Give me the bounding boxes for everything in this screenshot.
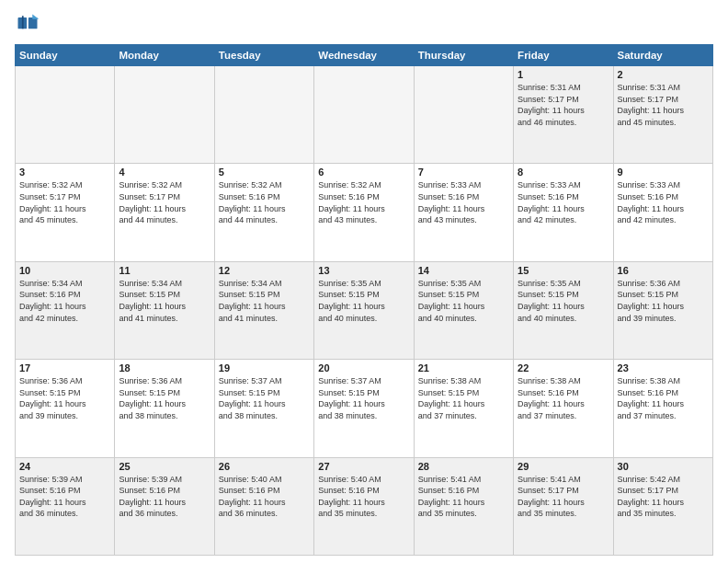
calendar-day-cell: 30Sunrise: 5:42 AM Sunset: 5:17 PM Dayli… <box>613 457 712 555</box>
day-number: 1 <box>518 69 609 80</box>
calendar-day-cell: 29Sunrise: 5:41 AM Sunset: 5:17 PM Dayli… <box>514 457 613 555</box>
logo <box>15 11 44 37</box>
day-number: 16 <box>618 265 709 276</box>
calendar-day-cell: 15Sunrise: 5:35 AM Sunset: 5:15 PM Dayli… <box>514 261 613 359</box>
calendar-day-cell: 23Sunrise: 5:38 AM Sunset: 5:16 PM Dayli… <box>613 360 712 457</box>
day-info: Sunrise: 5:36 AM Sunset: 5:15 PM Dayligh… <box>618 278 709 324</box>
day-info: Sunrise: 5:35 AM Sunset: 5:15 PM Dayligh… <box>318 278 409 324</box>
calendar-header-row: SundayMondayTuesdayWednesdayThursdayFrid… <box>16 45 713 66</box>
day-number: 19 <box>219 362 310 373</box>
day-info: Sunrise: 5:32 AM Sunset: 5:16 PM Dayligh… <box>318 179 409 225</box>
day-info: Sunrise: 5:35 AM Sunset: 5:15 PM Dayligh… <box>418 278 509 324</box>
day-number: 29 <box>518 461 609 472</box>
day-number: 26 <box>219 461 310 472</box>
calendar-day-cell: 22Sunrise: 5:38 AM Sunset: 5:16 PM Dayli… <box>514 360 613 457</box>
calendar-day-cell: 9Sunrise: 5:33 AM Sunset: 5:16 PM Daylig… <box>613 164 712 261</box>
day-info: Sunrise: 5:40 AM Sunset: 5:16 PM Dayligh… <box>318 474 409 520</box>
calendar-day-cell: 2Sunrise: 5:31 AM Sunset: 5:17 PM Daylig… <box>613 66 712 164</box>
day-info: Sunrise: 5:34 AM Sunset: 5:15 PM Dayligh… <box>119 278 210 324</box>
header <box>15 11 713 37</box>
day-number: 20 <box>318 362 409 373</box>
calendar-day-cell: 5Sunrise: 5:32 AM Sunset: 5:16 PM Daylig… <box>214 164 313 261</box>
calendar-day-cell <box>115 66 214 164</box>
day-number: 17 <box>19 362 110 373</box>
day-info: Sunrise: 5:38 AM Sunset: 5:15 PM Dayligh… <box>418 375 509 421</box>
weekday-header: Sunday <box>16 45 115 66</box>
day-info: Sunrise: 5:40 AM Sunset: 5:16 PM Dayligh… <box>219 474 310 520</box>
day-number: 8 <box>518 167 609 178</box>
day-info: Sunrise: 5:39 AM Sunset: 5:16 PM Dayligh… <box>19 474 110 520</box>
weekday-header: Thursday <box>414 45 513 66</box>
calendar-day-cell: 21Sunrise: 5:38 AM Sunset: 5:15 PM Dayli… <box>414 360 513 457</box>
day-number: 30 <box>618 461 709 472</box>
day-number: 22 <box>518 362 609 373</box>
day-number: 13 <box>318 265 409 276</box>
day-number: 24 <box>19 461 110 472</box>
day-info: Sunrise: 5:32 AM Sunset: 5:16 PM Dayligh… <box>219 179 310 225</box>
day-number: 27 <box>318 461 409 472</box>
calendar-day-cell: 12Sunrise: 5:34 AM Sunset: 5:15 PM Dayli… <box>214 261 313 359</box>
day-info: Sunrise: 5:31 AM Sunset: 5:17 PM Dayligh… <box>518 82 609 128</box>
day-number: 21 <box>418 362 509 373</box>
day-number: 4 <box>119 167 210 178</box>
calendar-day-cell: 11Sunrise: 5:34 AM Sunset: 5:15 PM Dayli… <box>115 261 214 359</box>
weekday-header: Monday <box>115 45 214 66</box>
day-info: Sunrise: 5:38 AM Sunset: 5:16 PM Dayligh… <box>518 375 609 421</box>
page: SundayMondayTuesdayWednesdayThursdayFrid… <box>0 0 728 563</box>
calendar-week-row: 10Sunrise: 5:34 AM Sunset: 5:16 PM Dayli… <box>16 261 713 359</box>
calendar-week-row: 24Sunrise: 5:39 AM Sunset: 5:16 PM Dayli… <box>16 457 713 555</box>
svg-rect-2 <box>28 17 38 29</box>
day-info: Sunrise: 5:33 AM Sunset: 5:16 PM Dayligh… <box>418 179 509 225</box>
calendar-day-cell: 18Sunrise: 5:36 AM Sunset: 5:15 PM Dayli… <box>115 360 214 457</box>
calendar-table: SundayMondayTuesdayWednesdayThursdayFrid… <box>15 44 713 556</box>
calendar-day-cell: 7Sunrise: 5:33 AM Sunset: 5:16 PM Daylig… <box>414 164 513 261</box>
day-number: 23 <box>618 362 709 373</box>
day-number: 9 <box>618 167 709 178</box>
day-number: 7 <box>418 167 509 178</box>
calendar-day-cell: 28Sunrise: 5:41 AM Sunset: 5:16 PM Dayli… <box>414 457 513 555</box>
calendar-day-cell: 10Sunrise: 5:34 AM Sunset: 5:16 PM Dayli… <box>16 261 115 359</box>
day-info: Sunrise: 5:39 AM Sunset: 5:16 PM Dayligh… <box>119 474 210 520</box>
calendar-day-cell: 26Sunrise: 5:40 AM Sunset: 5:16 PM Dayli… <box>214 457 313 555</box>
calendar-day-cell: 6Sunrise: 5:32 AM Sunset: 5:16 PM Daylig… <box>314 164 414 261</box>
weekday-header: Tuesday <box>214 45 313 66</box>
day-info: Sunrise: 5:33 AM Sunset: 5:16 PM Dayligh… <box>618 179 709 225</box>
calendar-day-cell: 24Sunrise: 5:39 AM Sunset: 5:16 PM Dayli… <box>16 457 115 555</box>
calendar-day-cell: 14Sunrise: 5:35 AM Sunset: 5:15 PM Dayli… <box>414 261 513 359</box>
day-info: Sunrise: 5:38 AM Sunset: 5:16 PM Dayligh… <box>618 375 709 421</box>
day-info: Sunrise: 5:41 AM Sunset: 5:16 PM Dayligh… <box>418 474 509 520</box>
day-info: Sunrise: 5:41 AM Sunset: 5:17 PM Dayligh… <box>518 474 609 520</box>
calendar-day-cell <box>314 66 414 164</box>
calendar-day-cell: 20Sunrise: 5:37 AM Sunset: 5:15 PM Dayli… <box>314 360 414 457</box>
day-number: 12 <box>219 265 310 276</box>
weekday-header: Wednesday <box>314 45 414 66</box>
calendar-day-cell: 13Sunrise: 5:35 AM Sunset: 5:15 PM Dayli… <box>314 261 414 359</box>
logo-icon <box>15 11 40 37</box>
day-number: 5 <box>219 167 310 178</box>
day-info: Sunrise: 5:35 AM Sunset: 5:15 PM Dayligh… <box>518 278 609 324</box>
day-info: Sunrise: 5:36 AM Sunset: 5:15 PM Dayligh… <box>19 375 110 421</box>
calendar-day-cell: 8Sunrise: 5:33 AM Sunset: 5:16 PM Daylig… <box>514 164 613 261</box>
calendar-week-row: 1Sunrise: 5:31 AM Sunset: 5:17 PM Daylig… <box>16 66 713 164</box>
day-info: Sunrise: 5:37 AM Sunset: 5:15 PM Dayligh… <box>318 375 409 421</box>
day-info: Sunrise: 5:42 AM Sunset: 5:17 PM Dayligh… <box>618 474 709 520</box>
day-number: 28 <box>418 461 509 472</box>
day-number: 3 <box>19 167 110 178</box>
svg-rect-3 <box>22 16 24 29</box>
day-number: 2 <box>618 69 709 80</box>
day-info: Sunrise: 5:32 AM Sunset: 5:17 PM Dayligh… <box>119 179 210 225</box>
day-info: Sunrise: 5:34 AM Sunset: 5:15 PM Dayligh… <box>219 278 310 324</box>
day-number: 25 <box>119 461 210 472</box>
calendar-day-cell <box>414 66 513 164</box>
day-number: 15 <box>518 265 609 276</box>
calendar-day-cell: 25Sunrise: 5:39 AM Sunset: 5:16 PM Dayli… <box>115 457 214 555</box>
day-number: 11 <box>119 265 210 276</box>
calendar-day-cell <box>16 66 115 164</box>
day-info: Sunrise: 5:37 AM Sunset: 5:15 PM Dayligh… <box>219 375 310 421</box>
calendar-week-row: 17Sunrise: 5:36 AM Sunset: 5:15 PM Dayli… <box>16 360 713 457</box>
calendar-day-cell: 3Sunrise: 5:32 AM Sunset: 5:17 PM Daylig… <box>16 164 115 261</box>
day-info: Sunrise: 5:36 AM Sunset: 5:15 PM Dayligh… <box>119 375 210 421</box>
day-info: Sunrise: 5:31 AM Sunset: 5:17 PM Dayligh… <box>618 82 709 128</box>
day-info: Sunrise: 5:32 AM Sunset: 5:17 PM Dayligh… <box>19 179 110 225</box>
day-info: Sunrise: 5:34 AM Sunset: 5:16 PM Dayligh… <box>19 278 110 324</box>
